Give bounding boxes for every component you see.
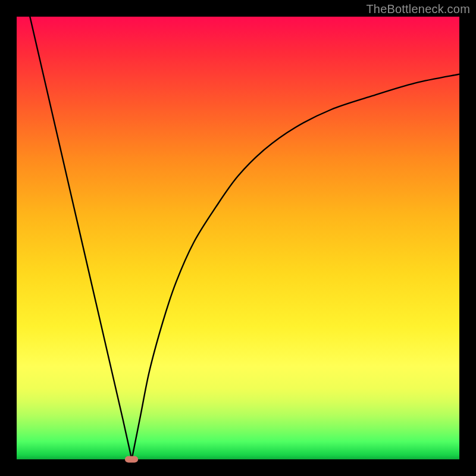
chart-frame: TheBottleneck.com [0, 0, 476, 476]
minimum-marker [125, 456, 138, 463]
plot-area [17, 17, 459, 459]
bottleneck-curve [17, 17, 459, 459]
watermark-text: TheBottleneck.com [366, 2, 470, 16]
